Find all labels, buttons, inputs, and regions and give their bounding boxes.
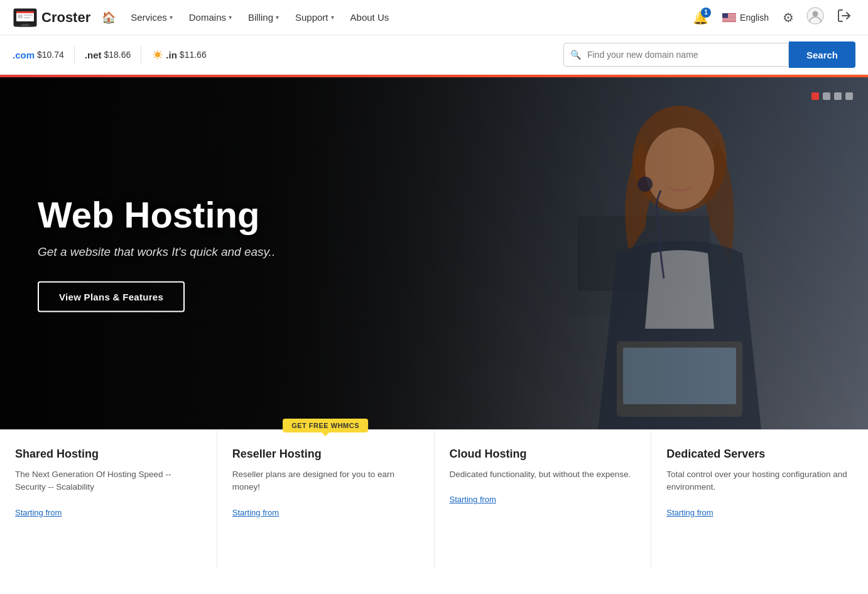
home-button[interactable]: 🏠 [97,7,121,28]
logout-button[interactable] [833,4,855,30]
notification-badge: 1 [701,8,711,18]
nav-domains-label: Domains [189,12,226,23]
nav-item-services[interactable]: Services ▾ [123,7,180,28]
shared-hosting-title: Shared Hosting [15,448,202,461]
nav-support-label: Support [295,12,328,23]
cloud-hosting-title: Cloud Hosting [450,448,636,461]
user-icon [806,7,824,25]
nav-item-support[interactable]: Support ▾ [288,7,342,28]
domain-in-ext: .in [166,50,177,60]
support-chevron-icon: ▾ [331,14,334,21]
dedicated-servers-card: Dedicated Servers Total control over you… [651,430,868,568]
settings-button[interactable]: ⚙ [779,6,798,29]
hero-dot-3[interactable] [834,92,842,100]
shared-hosting-starting[interactable]: Starting from [15,508,62,517]
domain-search-wrap: 🔍 [563,43,789,67]
domain-com-price: $10.74 [37,50,64,60]
brand-name: Croster [41,9,90,26]
dedicated-servers-title: Dedicated Servers [666,448,853,461]
user-profile-button[interactable] [803,3,828,31]
nav-item-billing[interactable]: Billing ▾ [241,7,286,28]
domain-prices: .com $10.74 .net $18.66 [13,46,563,64]
hero-content: Web Hosting Get a website that works It'… [38,195,275,312]
us-flag-icon [722,13,736,22]
hero-dot-2[interactable] [823,92,830,100]
domain-com-ext: .com [13,50,35,60]
cloud-hosting-card: Cloud Hosting Dedicated functionality, b… [435,430,652,568]
brand-logo-icon [13,6,38,29]
hero-title: Web Hosting [38,195,275,235]
hosting-cards-section: Shared Hosting The Next Generation Of Ho… [0,429,868,568]
domains-chevron-icon: ▾ [229,14,232,21]
logout-icon [837,8,852,23]
svg-rect-13 [722,19,736,19]
svg-line-24 [155,52,155,52]
reseller-hosting-card: GET FREE WHMCS Reseller Hosting Reseller… [217,430,435,568]
free-whmcs-badge: GET FREE WHMCS [283,419,368,432]
reseller-hosting-title: Reseller Hosting [232,448,419,461]
svg-point-17 [813,11,818,17]
hero-dot-4[interactable] [845,92,853,100]
svg-rect-6 [21,24,29,26]
language-label: English [740,13,769,23]
hero-section: Web Hosting Get a website that works It'… [0,77,868,429]
svg-rect-12 [722,18,736,18]
dedicated-servers-desc: Total control over your hosting configur… [666,468,853,494]
svg-line-27 [155,57,155,58]
notification-button[interactable]: 🔔 1 [689,6,712,29]
cloud-hosting-starting[interactable]: Starting from [450,495,496,504]
nav-item-about[interactable]: About Us [343,7,397,28]
hero-dot-1[interactable] [811,92,819,100]
domain-in-price: $11.66 [180,50,207,60]
domain-net-price: $18.66 [104,50,131,60]
svg-rect-4 [24,14,33,16]
svg-rect-14 [722,20,736,21]
domain-price-in[interactable]: .in $11.66 [151,46,216,64]
svg-line-25 [160,57,161,58]
svg-rect-2 [16,11,34,13]
svg-rect-15 [722,13,728,18]
hero-cta-button[interactable]: View Plans & Features [38,281,185,312]
hero-subtitle: Get a website that works It's quick and … [38,245,275,258]
language-button[interactable]: English [717,9,774,26]
domain-price-net[interactable]: .net $18.66 [85,46,142,64]
in-domain-icon [151,50,164,60]
gear-icon: ⚙ [783,11,794,25]
domain-search-area: 🔍 Search [563,41,855,68]
services-chevron-icon: ▾ [170,14,173,21]
domain-search-input[interactable] [587,43,788,66]
nav-item-domains[interactable]: Domains ▾ [182,7,239,28]
brand-logo[interactable]: Croster [13,6,90,29]
hero-carousel-dots [811,92,853,100]
svg-rect-7 [18,26,33,27]
svg-rect-5 [24,17,30,18]
reseller-hosting-desc: Reseller plans are designed for you to e… [232,468,419,494]
cloud-hosting-desc: Dedicated functionality, but without the… [450,468,636,481]
domain-bar: .com $10.74 .net $18.66 [0,35,868,75]
dedicated-servers-starting[interactable]: Starting from [666,508,713,517]
billing-chevron-icon: ▾ [276,14,279,21]
navbar-right: 🔔 1 English ⚙ [689,3,855,31]
svg-rect-3 [18,14,23,18]
nav-services-label: Services [131,12,167,23]
domain-net-ext: .net [85,50,102,60]
domain-search-button[interactable]: Search [789,41,855,68]
svg-line-26 [160,52,161,52]
nav-about-label: About Us [350,12,389,23]
shared-hosting-desc: The Next Generation Of Hosting Speed -- … [15,468,202,494]
navbar: Croster 🏠 Services ▾ Domains ▾ Billing ▾… [0,0,868,35]
shared-hosting-card: Shared Hosting The Next Generation Of Ho… [0,430,217,568]
nav-billing-label: Billing [248,12,273,23]
nav-links: Services ▾ Domains ▾ Billing ▾ Support ▾… [123,7,689,28]
domain-search-icon: 🔍 [564,50,587,60]
domain-price-com[interactable]: .com $10.74 [13,46,75,64]
svg-point-19 [155,52,160,57]
reseller-hosting-starting[interactable]: Starting from [232,508,279,517]
